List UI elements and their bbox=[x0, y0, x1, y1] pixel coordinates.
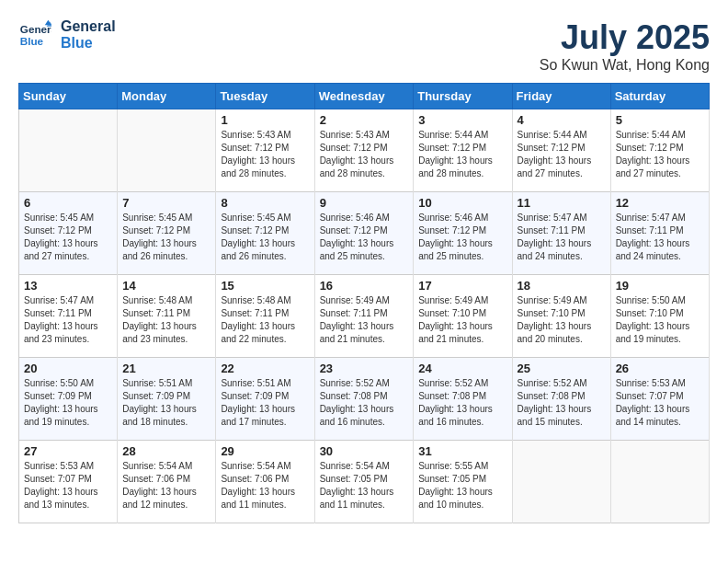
day-cell: 14Sunrise: 5:48 AMSunset: 7:11 PMDayligh… bbox=[118, 275, 216, 358]
day-cell bbox=[512, 441, 610, 523]
day-info: Sunrise: 5:51 AMSunset: 7:09 PMDaylight:… bbox=[221, 377, 309, 429]
day-cell bbox=[19, 109, 118, 192]
day-info: Sunrise: 5:50 AMSunset: 7:09 PMDaylight:… bbox=[24, 377, 112, 429]
day-number: 10 bbox=[418, 196, 506, 210]
day-number: 22 bbox=[221, 362, 309, 375]
day-number: 8 bbox=[221, 196, 309, 210]
day-info: Sunrise: 5:50 AMSunset: 7:10 PMDaylight:… bbox=[616, 294, 704, 346]
day-cell: 29Sunrise: 5:54 AMSunset: 7:06 PMDayligh… bbox=[216, 441, 314, 523]
svg-text:Blue: Blue bbox=[20, 35, 44, 47]
day-info: Sunrise: 5:52 AMSunset: 7:08 PMDaylight:… bbox=[518, 377, 606, 429]
day-info: Sunrise: 5:45 AMSunset: 7:12 PMDaylight:… bbox=[122, 212, 210, 263]
day-info: Sunrise: 5:43 AMSunset: 7:12 PMDaylight:… bbox=[320, 129, 409, 180]
day-number: 7 bbox=[122, 196, 210, 210]
day-cell: 24Sunrise: 5:52 AMSunset: 7:08 PMDayligh… bbox=[414, 358, 512, 441]
day-info: Sunrise: 5:44 AMSunset: 7:12 PMDaylight:… bbox=[418, 129, 506, 180]
day-info: Sunrise: 5:51 AMSunset: 7:09 PMDaylight:… bbox=[122, 377, 210, 429]
day-number: 30 bbox=[320, 444, 409, 458]
day-cell: 28Sunrise: 5:54 AMSunset: 7:06 PMDayligh… bbox=[118, 441, 216, 523]
day-cell: 15Sunrise: 5:48 AMSunset: 7:11 PMDayligh… bbox=[216, 275, 314, 358]
week-row-4: 20Sunrise: 5:50 AMSunset: 7:09 PMDayligh… bbox=[19, 358, 710, 441]
day-number: 6 bbox=[24, 196, 112, 210]
day-cell: 1Sunrise: 5:43 AMSunset: 7:12 PMDaylight… bbox=[216, 109, 314, 192]
day-number: 9 bbox=[320, 196, 409, 210]
week-row-5: 27Sunrise: 5:53 AMSunset: 7:07 PMDayligh… bbox=[19, 441, 710, 523]
day-number: 3 bbox=[418, 113, 506, 127]
day-info: Sunrise: 5:52 AMSunset: 7:08 PMDaylight:… bbox=[320, 377, 409, 429]
logo-icon: General Blue bbox=[18, 18, 51, 52]
day-cell: 3Sunrise: 5:44 AMSunset: 7:12 PMDaylight… bbox=[414, 109, 512, 192]
day-cell: 11Sunrise: 5:47 AMSunset: 7:11 PMDayligh… bbox=[512, 192, 610, 275]
day-number: 17 bbox=[418, 279, 506, 293]
day-cell bbox=[610, 441, 709, 523]
day-info: Sunrise: 5:54 AMSunset: 7:05 PMDaylight:… bbox=[320, 460, 409, 511]
logo-line2: Blue bbox=[61, 35, 116, 52]
day-info: Sunrise: 5:46 AMSunset: 7:12 PMDaylight:… bbox=[418, 212, 506, 263]
day-info: Sunrise: 5:49 AMSunset: 7:10 PMDaylight:… bbox=[518, 294, 606, 346]
weekday-header-thursday: Thursday bbox=[414, 84, 512, 109]
title-area: July 2025 So Kwun Wat, Hong Kong bbox=[540, 18, 710, 74]
day-cell: 17Sunrise: 5:49 AMSunset: 7:10 PMDayligh… bbox=[414, 275, 512, 358]
day-info: Sunrise: 5:55 AMSunset: 7:05 PMDaylight:… bbox=[418, 460, 506, 511]
day-number: 18 bbox=[518, 279, 606, 293]
day-cell: 13Sunrise: 5:47 AMSunset: 7:11 PMDayligh… bbox=[19, 275, 118, 358]
day-number: 25 bbox=[518, 362, 606, 375]
day-number: 15 bbox=[221, 279, 309, 293]
day-info: Sunrise: 5:43 AMSunset: 7:12 PMDaylight:… bbox=[221, 129, 309, 180]
day-number: 5 bbox=[616, 113, 704, 127]
day-number: 26 bbox=[616, 362, 704, 375]
day-cell bbox=[118, 109, 216, 192]
day-info: Sunrise: 5:47 AMSunset: 7:11 PMDaylight:… bbox=[616, 212, 704, 263]
day-info: Sunrise: 5:44 AMSunset: 7:12 PMDaylight:… bbox=[616, 129, 704, 180]
day-number: 2 bbox=[320, 113, 409, 127]
day-info: Sunrise: 5:53 AMSunset: 7:07 PMDaylight:… bbox=[616, 377, 704, 429]
weekday-header-sunday: Sunday bbox=[19, 84, 118, 109]
day-cell: 10Sunrise: 5:46 AMSunset: 7:12 PMDayligh… bbox=[414, 192, 512, 275]
day-cell: 2Sunrise: 5:43 AMSunset: 7:12 PMDaylight… bbox=[314, 109, 414, 192]
day-info: Sunrise: 5:52 AMSunset: 7:08 PMDaylight:… bbox=[418, 377, 506, 429]
day-cell: 12Sunrise: 5:47 AMSunset: 7:11 PMDayligh… bbox=[610, 192, 709, 275]
page-header: General Blue General Blue July 2025 So K… bbox=[18, 18, 710, 74]
day-cell: 30Sunrise: 5:54 AMSunset: 7:05 PMDayligh… bbox=[314, 441, 414, 523]
day-cell: 31Sunrise: 5:55 AMSunset: 7:05 PMDayligh… bbox=[414, 441, 512, 523]
week-row-3: 13Sunrise: 5:47 AMSunset: 7:11 PMDayligh… bbox=[19, 275, 710, 358]
day-cell: 26Sunrise: 5:53 AMSunset: 7:07 PMDayligh… bbox=[610, 358, 709, 441]
day-info: Sunrise: 5:49 AMSunset: 7:10 PMDaylight:… bbox=[418, 294, 506, 346]
week-row-1: 1Sunrise: 5:43 AMSunset: 7:12 PMDaylight… bbox=[19, 109, 710, 192]
day-number: 29 bbox=[221, 444, 309, 458]
day-cell: 4Sunrise: 5:44 AMSunset: 7:12 PMDaylight… bbox=[512, 109, 610, 192]
day-cell: 21Sunrise: 5:51 AMSunset: 7:09 PMDayligh… bbox=[118, 358, 216, 441]
day-cell: 20Sunrise: 5:50 AMSunset: 7:09 PMDayligh… bbox=[19, 358, 118, 441]
weekday-header-row: SundayMondayTuesdayWednesdayThursdayFrid… bbox=[19, 84, 710, 109]
day-info: Sunrise: 5:45 AMSunset: 7:12 PMDaylight:… bbox=[24, 212, 112, 263]
day-number: 31 bbox=[418, 444, 506, 458]
day-number: 27 bbox=[24, 444, 112, 458]
day-cell: 8Sunrise: 5:45 AMSunset: 7:12 PMDaylight… bbox=[216, 192, 314, 275]
calendar-table: SundayMondayTuesdayWednesdayThursdayFrid… bbox=[18, 83, 710, 523]
day-cell: 19Sunrise: 5:50 AMSunset: 7:10 PMDayligh… bbox=[610, 275, 709, 358]
day-number: 11 bbox=[518, 196, 606, 210]
weekday-header-wednesday: Wednesday bbox=[314, 84, 414, 109]
day-cell: 16Sunrise: 5:49 AMSunset: 7:11 PMDayligh… bbox=[314, 275, 414, 358]
day-info: Sunrise: 5:46 AMSunset: 7:12 PMDaylight:… bbox=[320, 212, 409, 263]
day-number: 13 bbox=[24, 279, 112, 293]
month-title: July 2025 bbox=[540, 18, 710, 57]
day-number: 16 bbox=[320, 279, 409, 293]
day-number: 4 bbox=[518, 113, 606, 127]
day-info: Sunrise: 5:44 AMSunset: 7:12 PMDaylight:… bbox=[518, 129, 606, 180]
day-cell: 6Sunrise: 5:45 AMSunset: 7:12 PMDaylight… bbox=[19, 192, 118, 275]
day-info: Sunrise: 5:47 AMSunset: 7:11 PMDaylight:… bbox=[24, 294, 112, 346]
day-number: 23 bbox=[320, 362, 409, 375]
day-cell: 7Sunrise: 5:45 AMSunset: 7:12 PMDaylight… bbox=[118, 192, 216, 275]
weekday-header-saturday: Saturday bbox=[610, 84, 709, 109]
day-info: Sunrise: 5:54 AMSunset: 7:06 PMDaylight:… bbox=[122, 460, 210, 511]
day-number: 28 bbox=[122, 444, 210, 458]
day-number: 1 bbox=[221, 113, 309, 127]
week-row-2: 6Sunrise: 5:45 AMSunset: 7:12 PMDaylight… bbox=[19, 192, 710, 275]
day-number: 14 bbox=[122, 279, 210, 293]
day-cell: 23Sunrise: 5:52 AMSunset: 7:08 PMDayligh… bbox=[314, 358, 414, 441]
day-info: Sunrise: 5:47 AMSunset: 7:11 PMDaylight:… bbox=[518, 212, 606, 263]
day-number: 20 bbox=[24, 362, 112, 375]
day-cell: 27Sunrise: 5:53 AMSunset: 7:07 PMDayligh… bbox=[19, 441, 118, 523]
day-cell: 18Sunrise: 5:49 AMSunset: 7:10 PMDayligh… bbox=[512, 275, 610, 358]
